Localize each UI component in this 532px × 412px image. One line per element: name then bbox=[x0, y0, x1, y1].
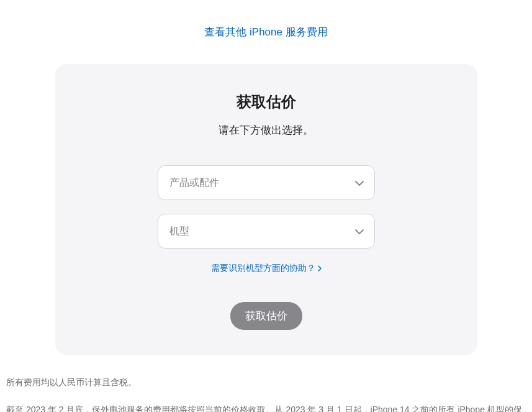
notice-part1: 截至 2023 年 2 月底，保外电池服务的费用都将按照当前的价格收取。从 20… bbox=[6, 405, 522, 412]
card-title: 获取估价 bbox=[92, 92, 440, 112]
chevron-right-icon bbox=[318, 263, 322, 273]
product-select-wrapper: 产品或配件 bbox=[158, 165, 375, 200]
estimate-card: 获取估价 请在下方做出选择。 产品或配件 机型 需要识别机型方面的协助？ bbox=[55, 64, 477, 355]
help-link-container: 需要识别机型方面的协助？ bbox=[92, 262, 440, 274]
price-notice: 截至 2023 年 2 月底，保外电池服务的费用都将按照当前的价格收取。从 20… bbox=[6, 400, 526, 412]
help-link-label: 需要识别机型方面的协助？ bbox=[211, 263, 315, 274]
identify-model-link[interactable]: 需要识别机型方面的协助？ bbox=[211, 263, 322, 274]
model-select-wrapper: 机型 bbox=[158, 214, 375, 249]
card-subtitle: 请在下方做出选择。 bbox=[92, 123, 440, 137]
tax-note: 所有费用均以人民币计算且含税。 bbox=[6, 373, 526, 391]
get-estimate-button[interactable]: 获取估价 bbox=[230, 302, 302, 330]
model-select[interactable]: 机型 bbox=[158, 214, 375, 249]
top-link-container: 查看其他 iPhone 服务费用 bbox=[6, 25, 526, 39]
other-services-link[interactable]: 查看其他 iPhone 服务费用 bbox=[204, 26, 327, 38]
product-select[interactable]: 产品或配件 bbox=[158, 165, 375, 200]
